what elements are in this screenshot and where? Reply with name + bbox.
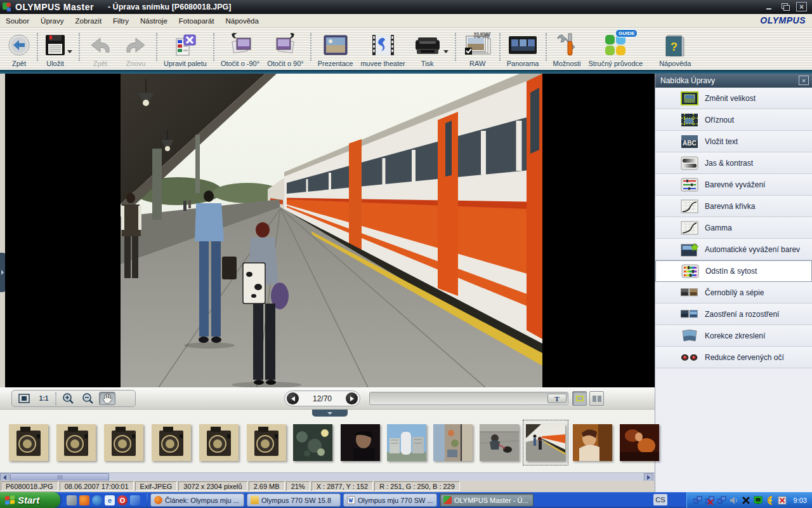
toolbar-button-label: Zpět [12, 60, 26, 67]
toolbar-separator [156, 33, 157, 61]
left-panel-expand-tab[interactable] [0, 253, 5, 292]
internet-explorer-icon[interactable]: e [105, 495, 115, 505]
network-disabled-icon[interactable] [705, 496, 714, 505]
print-dropdown-arrow-icon[interactable] [443, 50, 449, 53]
start-button[interactable]: Start [0, 492, 60, 508]
display-icon[interactable] [754, 496, 763, 505]
sharpen-blur-icon [681, 307, 698, 321]
toolbar-button-print[interactable]: Tisk [409, 28, 452, 69]
thumbnail-camera-1[interactable] [9, 424, 48, 461]
toolbar-button-raw[interactable]: RAW RAW [459, 28, 497, 69]
actual-size-button[interactable]: 1:1 [36, 392, 52, 405]
show-desktop-icon[interactable] [67, 495, 77, 505]
opera-icon[interactable]: O [117, 495, 128, 505]
menu-fotoaparat[interactable]: Fotoaparát [173, 17, 220, 25]
toolbar-separator [499, 33, 501, 61]
zoom-in-button[interactable] [60, 392, 76, 405]
thunderbird-icon[interactable] [92, 495, 102, 505]
title-bar[interactable]: OLYMPUS Master - Úprava snímku [P6080018… [0, 0, 812, 14]
edit-item-color-balance[interactable]: Barevné vyvážení [655, 174, 812, 196]
toolbar-button-redo[interactable]: Znovu [118, 28, 154, 69]
edit-item-crop[interactable]: Oříznout [655, 109, 812, 131]
single-view-button[interactable] [572, 391, 587, 406]
image-canvas[interactable] [5, 74, 655, 387]
toolbar-button-rotate-right[interactable]: Otočit o 90° [263, 28, 308, 69]
toolbar-button-label: Znovu [126, 60, 146, 67]
app-title: OLYMPUS Master [15, 2, 94, 12]
edit-item-bw-sepia[interactable]: Černobílý a sépie [655, 282, 812, 304]
menu-soubor[interactable]: Soubor [0, 17, 35, 25]
save-dropdown-arrow-icon[interactable] [67, 50, 72, 53]
text-tool-button[interactable]: T [547, 394, 566, 403]
network-2-icon[interactable] [717, 496, 726, 505]
disconnected-icon[interactable] [778, 496, 787, 505]
toolbar-button-muvee[interactable]: muvee theater [357, 28, 409, 69]
toolbar-button-rotate-left[interactable]: Otočit o -90° [217, 28, 263, 69]
edit-item-brightness-contrast[interactable]: Jas & kontrast [655, 152, 812, 174]
edit-panel-close-icon[interactable]: × [799, 76, 809, 85]
restore-button[interactable] [780, 2, 790, 11]
thumbnail-warm-scene[interactable] [620, 424, 659, 461]
thumbnail-camera-5[interactable] [199, 424, 239, 461]
toolbar-button-edit-palette[interactable]: Upravit paletu [160, 28, 211, 69]
edit-item-sharpen-blur[interactable]: Zaostření a rozostření [655, 304, 812, 325]
zoom-out-button[interactable] [79, 392, 96, 405]
close-button[interactable]: × [796, 2, 807, 11]
firefox-icon[interactable] [79, 495, 89, 505]
messenger-icon[interactable] [130, 495, 140, 505]
volume-icon[interactable] [730, 496, 738, 505]
thumbnail-camera-4[interactable] [152, 424, 191, 461]
thumbnail-dark-portrait[interactable] [341, 424, 380, 461]
toolbar-button-save[interactable]: Uložit [41, 28, 76, 69]
thumbnail-camera-2[interactable] [56, 424, 96, 461]
language-indicator[interactable]: CS [653, 494, 667, 505]
filmstrip-collapse-tab[interactable] [312, 410, 348, 417]
thumbnail-dog-platform[interactable] [480, 424, 519, 461]
toolbar-button-help[interactable]: ? Nápověda [655, 28, 695, 69]
bw-sepia-icon [681, 286, 698, 300]
taskbar-window-document[interactable]: Olympus mju 770 SW ... [343, 493, 437, 507]
taskbar-window-article[interactable]: Článek: Olympus mju ... [150, 493, 244, 507]
hand-tool-button[interactable] [99, 392, 115, 405]
thumbnail-camera-6[interactable] [247, 424, 286, 461]
thumbnail-street-rotated[interactable] [433, 424, 473, 461]
network-icon[interactable] [693, 496, 702, 505]
toolbar-button-options[interactable]: Možnosti [549, 28, 585, 69]
edit-item-distortion[interactable]: Korekce zkreslení [655, 325, 812, 347]
minimize-button[interactable] [763, 2, 774, 11]
olympus-logo: OLYMPUS [760, 15, 808, 26]
zoom-slider-track[interactable]: T [369, 392, 568, 405]
taskbar-window-olympus-master[interactable]: OLYMPUS Master - Ú... [440, 493, 534, 507]
thumbnail-building[interactable] [387, 424, 426, 461]
taskbar-window-folder[interactable]: Olympus 770 SW 15.8 [247, 493, 341, 507]
filmstrip-scrollbar[interactable] [0, 472, 655, 481]
power-icon[interactable] [766, 496, 775, 505]
menu-nastroje[interactable]: Nástroje [134, 17, 173, 25]
fit-to-window-button[interactable] [16, 392, 32, 405]
toolbar-button-guide[interactable]: GUIDE Stručný průvodce [585, 28, 656, 69]
next-image-button[interactable] [346, 392, 358, 404]
edit-item-color-curve[interactable]: Barevná křivka [655, 196, 812, 217]
edit-item-red-eye[interactable]: Redukce červených očí [655, 347, 812, 368]
edit-item-auto-color[interactable]: Automatické vyvážení barev [655, 239, 812, 260]
edit-item-insert-text[interactable]: ABC Vložit text [655, 131, 812, 152]
thumbnail-camera-3[interactable] [104, 424, 143, 461]
no-device-icon[interactable] [742, 496, 750, 505]
insert-text-icon: ABC [681, 135, 698, 149]
menu-zobrazit[interactable]: Zobrazit [70, 17, 108, 25]
menu-upravy[interactable]: Úpravy [35, 17, 69, 25]
compare-view-button[interactable] [589, 391, 604, 406]
previous-image-button[interactable] [287, 392, 299, 404]
toolbar-button-panorama[interactable]: Panorama [503, 28, 543, 69]
menu-napoveda[interactable]: Nápověda [219, 17, 264, 25]
thumbnail-train-station-selected[interactable] [523, 420, 568, 465]
edit-item-hue-saturation[interactable]: Odstín & sytost [655, 260, 812, 282]
toolbar-button-undo[interactable]: Zpět [82, 28, 118, 69]
edit-item-resize[interactable]: Změnit velikost [655, 88, 812, 109]
edit-item-gamma[interactable]: Gamma [655, 217, 812, 239]
thumbnail-bokeh[interactable] [293, 424, 332, 461]
toolbar-button-slideshow[interactable]: Prezentace [314, 28, 357, 69]
toolbar-button-back[interactable]: Zpět [4, 28, 34, 69]
thumbnail-warm-portrait[interactable] [573, 424, 612, 461]
menu-filtry[interactable]: Filtry [107, 17, 134, 25]
